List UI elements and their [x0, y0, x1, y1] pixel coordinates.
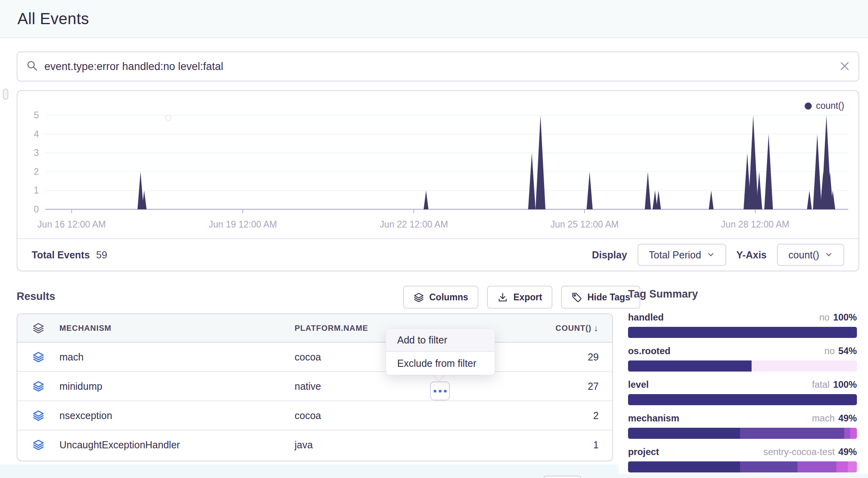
results-heading: Results — [17, 290, 55, 303]
layers-icon — [413, 292, 424, 303]
total-events-value: 59 — [96, 249, 107, 261]
svg-text:Jun 19 12:00 AM: Jun 19 12:00 AM — [209, 219, 277, 230]
tag-bar-segment[interactable] — [836, 461, 848, 472]
chart-footer: Total Events 59 Display Total Period Y-A… — [17, 238, 858, 271]
tag-bar-segment[interactable] — [628, 461, 740, 472]
menu-item-exclude-from-filter[interactable]: Exclude from filter — [386, 352, 495, 375]
tag-bar-segment[interactable] — [628, 428, 740, 439]
cell-platform: native — [295, 381, 321, 392]
table-header-row: MECHANISM PLATFORM.NAME COUNT() ↓ — [17, 314, 612, 343]
ellipsis-icon — [434, 390, 436, 393]
panel-drag-handle[interactable] — [3, 89, 8, 100]
tag-row-handled: handled no 100% — [628, 312, 857, 338]
tag-row-project: project sentry-cocoa-test 49% — [628, 447, 857, 472]
tag-bar-segment[interactable] — [740, 461, 798, 472]
events-chart: 012345Jun 16 12:00 AMJun 19 12:00 AMJun … — [17, 91, 858, 237]
tag-bar-segment[interactable] — [628, 360, 752, 372]
yaxis-dropdown[interactable]: count() — [777, 244, 844, 266]
display-dropdown-value: Total Period — [649, 249, 701, 261]
svg-text:Jun 22 12:00 AM: Jun 22 12:00 AM — [380, 219, 448, 230]
tag-percent: 49% — [838, 447, 857, 457]
tag-bar-segment[interactable] — [844, 428, 850, 439]
stack-icon — [17, 380, 59, 392]
tag-bar[interactable] — [628, 394, 857, 405]
tag-bar[interactable] — [628, 428, 857, 439]
cell-actions-button[interactable] — [430, 381, 450, 400]
cell-platform: java — [295, 439, 313, 451]
events-chart-panel: count() 012345Jun 16 12:00 AMJun 19 12:0… — [17, 90, 859, 271]
tag-top-value: mach — [812, 413, 834, 424]
yaxis-dropdown-value: count() — [788, 249, 819, 261]
tag-percent: 100% — [833, 379, 857, 390]
table-row[interactable]: minidump native 27 — [17, 372, 612, 401]
tag-icon — [571, 292, 582, 303]
tag-row-os-rooted: os.rooted no 54% — [628, 346, 857, 372]
close-icon — [839, 60, 851, 73]
tag-percent: 100% — [833, 312, 857, 323]
search-bar[interactable]: event.type:error handled:no level:fatal — [17, 51, 859, 82]
stack-icon — [17, 439, 59, 451]
chevron-down-icon — [707, 249, 715, 261]
chevron-down-icon — [825, 249, 833, 261]
svg-text:Jun 25 12:00 AM: Jun 25 12:00 AM — [550, 219, 619, 230]
table-row[interactable]: UncaughtExceptionHandler java 1 — [17, 431, 612, 459]
tag-percent: 49% — [838, 413, 857, 424]
total-events-label: Total Events — [32, 249, 90, 261]
cell-platform: cocoa — [295, 351, 321, 363]
chart-legend[interactable]: count() — [805, 101, 844, 111]
export-button[interactable]: Export — [487, 286, 552, 309]
svg-text:0: 0 — [34, 204, 39, 214]
tag-bar-segment[interactable] — [628, 327, 857, 338]
tag-row-level: level fatal 100% — [628, 379, 857, 405]
tag-bar-segment[interactable] — [798, 461, 836, 472]
export-button-label: Export — [513, 292, 542, 303]
tag-name: project — [628, 447, 659, 457]
tag-top-value: no — [819, 312, 830, 323]
sort-desc-icon: ↓ — [594, 323, 599, 334]
pagination-buttons[interactable] — [543, 476, 581, 478]
tag-summary-title: Tag Summary — [628, 288, 857, 300]
stack-icon — [17, 410, 59, 421]
table-row[interactable]: mach cocoa 29 — [17, 343, 612, 372]
tag-summary-panel: Tag Summary handled no 100% os.rooted no… — [628, 288, 857, 478]
cell-count: java 1 — [295, 439, 612, 451]
cell-count: cocoa 2 — [295, 410, 612, 421]
columns-button[interactable]: Columns — [403, 286, 478, 309]
tag-name: mechanism — [628, 413, 679, 424]
stack-icon — [17, 351, 59, 363]
page-header: All Events — [0, 0, 868, 38]
legend-label: count() — [816, 101, 844, 111]
tag-bar[interactable] — [628, 461, 857, 472]
cell-mechanism: UncaughtExceptionHandler — [59, 439, 295, 451]
table-row[interactable]: nsexception cocoa 2 — [17, 401, 612, 431]
tag-bar-segment[interactable] — [628, 394, 857, 405]
tag-bar-segment[interactable] — [848, 461, 857, 472]
svg-text:Jun 16 12:00 AM: Jun 16 12:00 AM — [38, 219, 106, 230]
tag-bar-segment[interactable] — [850, 428, 857, 439]
table-body: mach cocoa 29 minidump native 27 — [17, 343, 612, 459]
search-input[interactable]: event.type:error handled:no level:fatal — [44, 61, 839, 73]
tag-top-value: fatal — [812, 379, 829, 390]
tag-bar-segment[interactable] — [740, 428, 844, 439]
cell-mechanism: minidump — [59, 381, 295, 392]
legend-dot-icon — [805, 102, 812, 110]
column-header-platform[interactable]: PLATFORM.NAME — [295, 324, 368, 333]
tag-bar[interactable] — [628, 327, 857, 338]
tag-name: handled — [628, 312, 664, 323]
all-events-page: All Events event.type:error handled:no l… — [0, 0, 868, 478]
column-header-mechanism[interactable]: MECHANISM — [59, 324, 295, 333]
cell-platform: cocoa — [295, 410, 321, 421]
tag-top-value: sentry-cocoa-test — [763, 447, 835, 457]
tag-name: level — [628, 379, 649, 390]
tag-percent: 54% — [838, 346, 857, 357]
column-layers-icon[interactable] — [17, 322, 59, 334]
cell-mechanism: mach — [59, 351, 295, 363]
cell-actions-menu: Add to filter Exclude from filter — [386, 328, 495, 375]
tag-bar[interactable] — [628, 360, 857, 372]
display-dropdown[interactable]: Total Period — [638, 244, 726, 266]
svg-text:3: 3 — [34, 148, 39, 158]
menu-item-add-to-filter[interactable]: Add to filter — [386, 329, 495, 352]
results-table: MECHANISM PLATFORM.NAME COUNT() ↓ mach c… — [17, 313, 613, 461]
clear-search-button[interactable] — [839, 60, 851, 73]
cell-count: native 27 — [295, 381, 612, 392]
